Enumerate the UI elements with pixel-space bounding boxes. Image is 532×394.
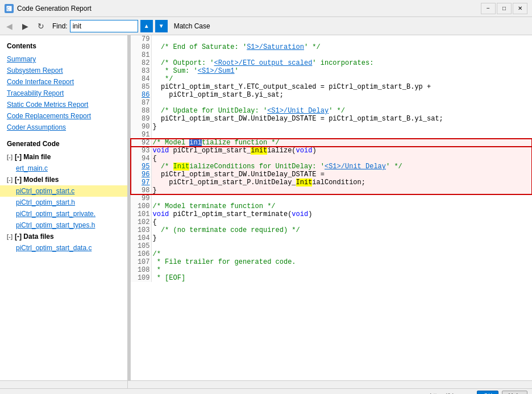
table-row: 91 — [131, 131, 532, 139]
file-pi-ctrl-data[interactable]: piCtrl_optim_start_data.c — [0, 242, 127, 254]
h-scroll-left-spacer — [0, 381, 128, 388]
code-line: void piCtrl_optim_start_terminate(void) — [151, 210, 532, 218]
file-pi-ctrl-h[interactable]: piCtrl_optim_start.h — [0, 197, 127, 208]
line-number: 102 — [131, 218, 151, 226]
line-number: 83 — [131, 67, 151, 75]
code-link[interactable]: <Root>/ETC_output_scaled — [214, 59, 313, 67]
table-row: 92 /* Model initialize function */ — [131, 139, 532, 147]
nav-summary[interactable]: Summary — [0, 53, 127, 65]
table-row: 85 piCtrl_optim_start_Y.ETC_output_scale… — [131, 83, 532, 91]
table-row: 87 — [131, 99, 532, 107]
nav-code-interface[interactable]: Code Interface Report — [0, 76, 127, 88]
code-line: piCtrl_optim_start_Y.ETC_output_scaled =… — [151, 83, 532, 91]
table-row: 100 /* Model terminate function */ — [131, 202, 532, 210]
code-line: } — [151, 123, 532, 131]
table-row: 107 * File trailer for generated code. — [131, 258, 532, 266]
back-button[interactable]: ◀ — [2, 19, 16, 33]
line-number: 89 — [131, 115, 151, 123]
code-line: * — [151, 266, 532, 274]
minimize-button[interactable]: − — [481, 3, 496, 14]
help-button[interactable]: Help — [502, 391, 527, 395]
code-line — [151, 35, 532, 43]
table-row: 96 piCtrl_optim_start_DW.UnitDelay_DSTAT… — [131, 171, 532, 179]
code-link[interactable]: <S1>/Unit_Delay — [267, 107, 329, 115]
nav-subsystem[interactable]: Subsystem Report — [0, 65, 127, 76]
model-files-section[interactable]: [-] [-] Model files — [0, 174, 127, 185]
code-line — [151, 242, 532, 250]
file-pi-ctrl-c[interactable]: piCtrl_optim_start.c — [0, 185, 127, 197]
main-files-toggle: [-] — [7, 154, 13, 160]
code-line: void piCtrl_optim_start_initialize(void) — [151, 147, 532, 155]
table-row: 97 piCtrl_optim_start_P.UnitDelay_Initia… — [131, 179, 532, 186]
nav-traceability[interactable]: Traceability Report — [0, 88, 127, 99]
find-next-button[interactable]: ▼ — [155, 20, 168, 32]
code-line — [151, 99, 532, 107]
table-row: 109 * [EOF] — [131, 274, 532, 282]
find-prev-button[interactable]: ▲ — [140, 20, 153, 32]
line-number: 106 — [131, 250, 151, 258]
code-link[interactable]: <S1>/Sum1 — [198, 67, 235, 75]
data-files-section[interactable]: [-] [-] Data files — [0, 231, 127, 242]
line-link[interactable]: 95 — [142, 163, 149, 171]
table-row: 79 — [131, 35, 532, 43]
line-link[interactable]: 86 — [142, 91, 149, 99]
main-files-section[interactable]: [-] [-] Main file — [0, 151, 127, 163]
nav-static-code[interactable]: Static Code Metrics Report — [0, 99, 127, 110]
line-number: 92 — [131, 139, 151, 147]
table-row: 82 /* Outport: '<Root>/ETC_output_scaled… — [131, 59, 532, 67]
table-row: 80 /* End of Saturate: 'S1>/Saturation' … — [131, 43, 532, 51]
code-line: piCtrl_optim_start_P.UnitDelay_InitialCo… — [151, 179, 532, 186]
forward-button[interactable]: ▶ — [18, 19, 32, 33]
code-link[interactable]: S1>/Saturation — [247, 43, 304, 51]
code-line: } — [151, 186, 532, 194]
file-pi-ctrl-private[interactable]: piCtrl_optim_start_private. — [0, 208, 127, 219]
table-row: 83 * Sum: '<S1>/Sum1' — [131, 67, 532, 75]
line-number: 88 — [131, 107, 151, 115]
model-files-toggle: [-] — [7, 177, 13, 183]
code-line: { — [151, 218, 532, 226]
line-number: 107 — [131, 258, 151, 266]
file-ert-main[interactable]: ert_main.c — [0, 163, 127, 174]
maximize-button[interactable]: □ — [497, 3, 512, 14]
generated-code-heading: Generated Code — [0, 138, 127, 151]
table-row: 106 /* — [131, 250, 532, 258]
match-case-button[interactable]: Match Case — [170, 20, 214, 32]
ok-button[interactable]: OK — [477, 391, 498, 395]
line-number: 81 — [131, 51, 151, 59]
line-number: 96 — [131, 171, 151, 179]
line-number: 103 — [131, 226, 151, 234]
table-row: 95 /* InitializeConditions for UnitDelay… — [131, 163, 532, 171]
line-link[interactable]: 96 — [142, 171, 149, 179]
line-number: 90 — [131, 123, 151, 131]
table-row: 98 } — [131, 186, 532, 194]
status-url: https://blog.cs... — [430, 392, 473, 395]
table-row: 88 /* Update for UnitDelay: '<S1>/Unit_D… — [131, 107, 532, 115]
line-number: 99 — [131, 194, 151, 202]
nav-code-replacements[interactable]: Code Replacements Report — [0, 110, 127, 122]
line-number: 87 — [131, 99, 151, 107]
line-number: 94 — [131, 155, 151, 163]
title-bar: C Code Generation Report − □ ✕ — [0, 0, 532, 17]
find-input[interactable] — [70, 20, 138, 32]
contents-heading: Contents — [0, 40, 127, 53]
code-link[interactable]: <S1>/Unit Delay — [325, 163, 386, 171]
file-pi-ctrl-types[interactable]: piCtrl_optim_start_types.h — [0, 219, 127, 231]
refresh-button[interactable]: ↻ — [34, 19, 48, 33]
code-scroll-area[interactable]: 79 80 /* End of Saturate: 'S1>/Saturatio… — [131, 35, 532, 380]
code-line — [151, 51, 532, 59]
table-row: 105 — [131, 242, 532, 250]
nav-coder-assumptions[interactable]: Coder Assumptions — [0, 122, 127, 133]
code-line: /* (no terminate code required) */ — [151, 226, 532, 234]
table-row: 90 } — [131, 123, 532, 131]
app-icon: C — [5, 4, 14, 13]
close-button[interactable]: ✕ — [513, 3, 527, 14]
line-number: 100 — [131, 202, 151, 210]
left-panel: Contents Summary Subsystem Report Code I… — [0, 35, 128, 380]
line-number: 79 — [131, 35, 151, 43]
line-number: 82 — [131, 59, 151, 67]
line-number: 80 — [131, 43, 151, 51]
main-files-label: [-] Main file — [15, 153, 51, 161]
toolbar: ◀ ▶ ↻ Find: ▲ ▼ Match Case — [0, 17, 532, 35]
line-number: 97 — [131, 179, 151, 186]
line-link[interactable]: 97 — [142, 179, 149, 186]
